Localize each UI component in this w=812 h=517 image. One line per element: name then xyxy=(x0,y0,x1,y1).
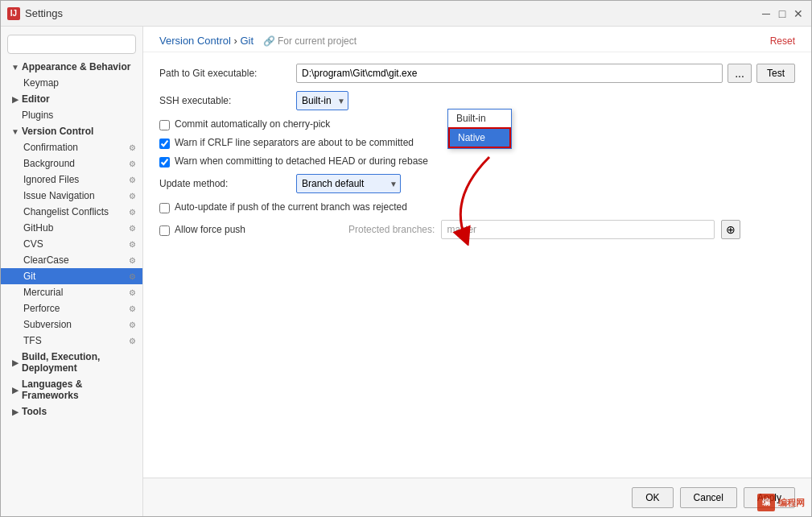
panel-header: Version Control › Git 🔗 For current proj… xyxy=(143,27,811,52)
maximize-button[interactable]: □ xyxy=(776,7,789,20)
settings-icon: ⚙ xyxy=(129,208,136,217)
force-push-row: Allow force push Protected branches: ⊕ xyxy=(159,220,795,239)
ssh-row: SSH executable: Built-in Native ▼ xyxy=(159,91,795,110)
title-bar: IJ Settings ─ □ ✕ xyxy=(1,1,811,27)
settings-icon: ⚙ xyxy=(129,304,136,313)
dropdown-option-builtin[interactable]: Built-in xyxy=(448,110,511,127)
sidebar-item-label: Keymap xyxy=(23,77,136,89)
main-panel: Version Control › Git 🔗 For current proj… xyxy=(143,27,811,516)
sidebar-item-issue-navigation[interactable]: Issue Navigation ⚙ xyxy=(1,188,142,204)
sidebar-item-label: CVS xyxy=(23,238,129,250)
warn-head-checkbox[interactable] xyxy=(159,157,170,168)
force-push-checkbox[interactable] xyxy=(159,225,170,236)
sidebar-item-label: Ignored Files xyxy=(23,174,129,185)
sidebar: ▼ Appearance & Behavior Keymap ▶ Editor … xyxy=(1,27,143,516)
update-method-row: Update method: Branch default Merge Reba… xyxy=(159,174,795,193)
sidebar-item-label: Perforce xyxy=(23,303,129,314)
sidebar-item-appearance[interactable]: ▼ Appearance & Behavior xyxy=(1,59,142,75)
watermark-text: 编程网 xyxy=(778,497,805,509)
sidebar-item-ignored-files[interactable]: Ignored Files ⚙ xyxy=(1,172,142,188)
settings-icon: ⚙ xyxy=(129,224,136,233)
settings-icon: ⚙ xyxy=(129,256,136,265)
ssh-dropdown[interactable]: Built-in Native xyxy=(296,91,348,110)
test-button[interactable]: Test xyxy=(756,64,795,83)
ok-button[interactable]: OK xyxy=(632,487,673,508)
dropdown-popup: Built-in Native xyxy=(447,109,512,149)
sidebar-item-subversion[interactable]: Subversion ⚙ xyxy=(1,316,142,333)
reset-button[interactable]: Reset xyxy=(770,35,795,47)
breadcrumb-separator: › xyxy=(231,35,241,47)
sidebar-item-label: Version Control xyxy=(22,126,136,137)
breadcrumb-vc[interactable]: Version Control xyxy=(159,35,231,47)
main-body: Path to Git executable: ... Test SSH exe… xyxy=(143,52,811,478)
sidebar-item-label: Plugins xyxy=(22,110,136,121)
update-method-dropdown-wrapper: Branch default Merge Rebase ▼ xyxy=(296,174,401,193)
sidebar-item-perforce[interactable]: Perforce ⚙ xyxy=(1,300,142,316)
watermark: 编 编程网 xyxy=(757,494,805,511)
sidebar-item-tfs[interactable]: TFS ⚙ xyxy=(1,333,142,349)
sidebar-item-label: Tools xyxy=(22,406,136,417)
commit-auto-checkbox[interactable] xyxy=(159,120,170,130)
sidebar-item-label: TFS xyxy=(23,335,129,346)
warn-head-label: Warn when committing to detached HEAD or… xyxy=(175,155,428,167)
sidebar-item-label: Issue Navigation xyxy=(23,190,129,201)
sidebar-item-label: GitHub xyxy=(23,222,129,234)
protected-browse-button[interactable]: ⊕ xyxy=(721,220,740,239)
sidebar-item-github[interactable]: GitHub ⚙ xyxy=(1,220,142,236)
sidebar-item-languages[interactable]: ▶ Languages & Frameworks xyxy=(1,376,142,403)
settings-icon: ⚙ xyxy=(129,240,136,249)
git-path-input[interactable] xyxy=(296,64,723,83)
settings-icon: ⚙ xyxy=(129,176,136,184)
sidebar-item-cvs[interactable]: CVS ⚙ xyxy=(1,236,142,252)
minimize-button[interactable]: ─ xyxy=(760,7,773,20)
settings-icon: ⚙ xyxy=(129,192,136,201)
git-path-row: Path to Git executable: ... Test xyxy=(159,64,795,83)
sidebar-item-clearcase[interactable]: ClearCase ⚙ xyxy=(1,252,142,268)
protected-branches-input[interactable] xyxy=(441,220,715,239)
sidebar-item-confirmation[interactable]: Confirmation ⚙ xyxy=(1,139,142,155)
ssh-control: Built-in Native ▼ xyxy=(296,91,348,110)
sidebar-item-keymap[interactable]: Keymap xyxy=(1,75,142,91)
sidebar-item-label: ClearCase xyxy=(23,254,129,266)
sidebar-item-label: Appearance & Behavior xyxy=(22,61,136,72)
update-method-dropdown[interactable]: Branch default Merge Rebase xyxy=(296,174,401,193)
main-content: ▼ Appearance & Behavior Keymap ▶ Editor … xyxy=(1,27,811,516)
close-button[interactable]: ✕ xyxy=(792,7,805,20)
window-controls: ─ □ ✕ xyxy=(760,7,805,20)
sidebar-item-build[interactable]: ▶ Build, Execution, Deployment xyxy=(1,349,142,376)
git-path-control: ... Test xyxy=(296,64,795,83)
browse-button[interactable]: ... xyxy=(728,64,752,83)
sidebar-item-label: Languages & Frameworks xyxy=(22,378,136,401)
sidebar-item-changelist-conflicts[interactable]: Changelist Conflicts ⚙ xyxy=(1,204,142,220)
expand-icon: ▶ xyxy=(10,407,20,416)
expand-icon xyxy=(10,110,20,120)
settings-icon: ⚙ xyxy=(129,159,136,168)
settings-icon: ⚙ xyxy=(129,288,136,297)
window-title: Settings xyxy=(25,7,760,19)
settings-icon: ⚙ xyxy=(129,143,136,152)
sidebar-item-label: Git xyxy=(23,271,129,282)
sidebar-item-version-control[interactable]: ▼ Version Control xyxy=(1,123,142,139)
sidebar-item-background[interactable]: Background ⚙ xyxy=(1,155,142,172)
auto-update-checkbox[interactable] xyxy=(159,203,170,213)
sidebar-item-tools[interactable]: ▶ Tools xyxy=(1,403,142,420)
search-input[interactable] xyxy=(7,35,136,54)
sidebar-item-plugins[interactable]: Plugins xyxy=(1,107,142,123)
bottom-bar: OK Cancel Apply 编 编程网 xyxy=(143,478,811,516)
sidebar-item-label: Mercurial xyxy=(23,287,129,298)
sidebar-item-mercurial[interactable]: Mercurial ⚙ xyxy=(1,284,142,300)
settings-icon: ⚙ xyxy=(129,272,136,281)
sidebar-item-editor[interactable]: ▶ Editor xyxy=(1,91,142,107)
breadcrumb: Version Control › Git 🔗 For current proj… xyxy=(159,35,357,47)
update-method-control: Branch default Merge Rebase ▼ xyxy=(296,174,401,193)
sidebar-item-label: Build, Execution, Deployment xyxy=(22,351,136,374)
cancel-button[interactable]: Cancel xyxy=(680,487,737,508)
warn-crlf-checkbox[interactable] xyxy=(159,139,170,149)
ssh-dropdown-wrapper: Built-in Native ▼ xyxy=(296,91,348,110)
auto-update-row: Auto-update if push of the current branc… xyxy=(159,201,795,213)
dropdown-option-native[interactable]: Native xyxy=(448,127,511,148)
settings-window: IJ Settings ─ □ ✕ ▼ Appearance & Behavio… xyxy=(0,0,812,517)
breadcrumb-git[interactable]: Git xyxy=(240,35,253,47)
sidebar-item-git[interactable]: Git ⚙ xyxy=(1,268,142,284)
sidebar-item-label: Background xyxy=(23,158,129,169)
